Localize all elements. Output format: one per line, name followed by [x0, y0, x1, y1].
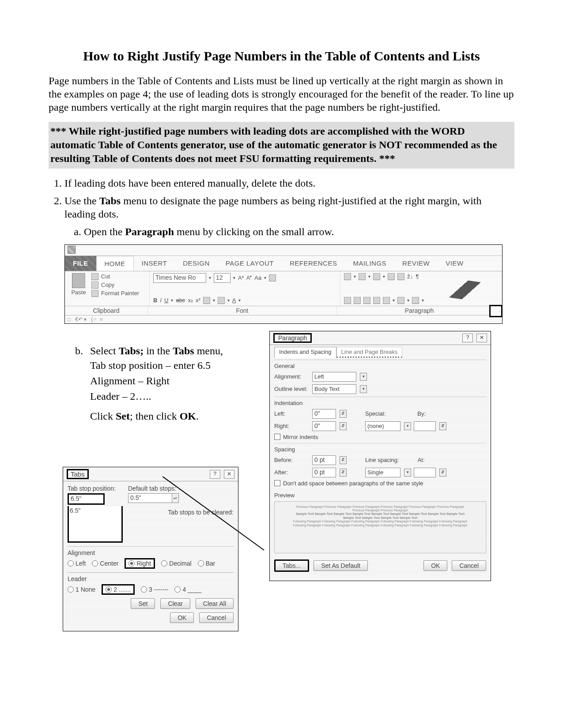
tab-stop-input[interactable]: 6.5" [68, 493, 105, 505]
spinner-icon[interactable]: ⇵ [439, 469, 446, 477]
ok-button[interactable]: OK [170, 612, 194, 623]
clear-all-button[interactable]: Clear All [196, 598, 234, 609]
close-icon[interactable]: ✕ [224, 470, 234, 479]
clear-button[interactable]: Clear [160, 598, 190, 609]
multilevel-icon[interactable] [373, 273, 380, 280]
radio-bar[interactable]: Bar [198, 558, 215, 569]
after-input[interactable]: 0 pt [312, 468, 336, 477]
paragraph-launcher-icon[interactable] [489, 305, 503, 317]
tab-page-layout[interactable]: PAGE LAYOUT [218, 256, 282, 271]
before-input[interactable]: 0 pt [312, 455, 336, 465]
tab-references[interactable]: REFERENCES [282, 256, 345, 271]
italic-button[interactable]: I [160, 297, 162, 304]
tab-review[interactable]: REVIEW [394, 256, 438, 271]
ok-button[interactable]: OK [423, 560, 447, 571]
align-center-icon[interactable] [354, 297, 361, 304]
highlight-icon[interactable] [218, 297, 225, 304]
bold-button[interactable]: B [153, 297, 157, 304]
mirror-checkbox[interactable] [274, 434, 280, 440]
tab-design[interactable]: DESIGN [175, 256, 218, 271]
numbering-icon[interactable] [359, 273, 366, 280]
chevron-down-icon[interactable]: ▾ [404, 422, 411, 430]
at-input[interactable] [414, 468, 436, 477]
line-spacing-icon[interactable] [383, 297, 390, 304]
close-icon[interactable]: ✕ [476, 334, 487, 342]
spacing-section: Spacing Before: 0 pt⇵ Line spacing: At: … [274, 443, 486, 487]
spinner-icon[interactable]: ▴▾ [172, 493, 179, 503]
text-effects-icon[interactable] [203, 297, 210, 304]
step-2a: Open the Paragraph menu by clicking on t… [84, 225, 514, 238]
chevron-down-icon[interactable]: ▾ [404, 469, 411, 477]
copy-button[interactable]: Copy [101, 281, 114, 288]
alignment-select[interactable]: Left [312, 372, 356, 382]
sort-icon[interactable]: ẑ↓ [407, 273, 413, 280]
font-color-icon[interactable]: A [232, 297, 236, 304]
tab-mailings[interactable]: MAILINGS [345, 256, 394, 271]
tab-line-breaks[interactable]: Line and Page Breaks [336, 347, 403, 358]
radio-leader-2[interactable]: 2 ....... [102, 584, 135, 595]
show-marks-icon[interactable]: ¶ [416, 273, 419, 280]
radio-right[interactable]: Right [125, 558, 155, 569]
spinner-icon[interactable]: ⇵ [340, 469, 347, 477]
cancel-button[interactable]: Cancel [199, 612, 234, 623]
preview-section: Preview [274, 489, 486, 499]
indent-right-input[interactable]: 0" [312, 421, 336, 431]
paste-icon[interactable] [72, 273, 85, 288]
align-left-icon[interactable] [344, 297, 351, 304]
radio-decimal[interactable]: Decimal [161, 558, 192, 569]
bullets-icon[interactable] [344, 273, 351, 280]
chevron-down-icon[interactable]: ▾ [360, 385, 367, 393]
underline-button[interactable]: U [164, 297, 168, 304]
tabs-button[interactable]: Tabs... [274, 559, 309, 572]
spinner-icon[interactable]: ⇵ [340, 410, 347, 418]
tab-insert[interactable]: INSERT [134, 256, 175, 271]
clear-format-icon[interactable] [269, 274, 276, 281]
set-button[interactable]: Set [131, 598, 155, 609]
decrease-indent-icon[interactable] [388, 273, 395, 280]
help-icon[interactable]: ? [210, 470, 220, 479]
increase-indent-icon[interactable] [397, 273, 404, 280]
tab-indents-spacing[interactable]: Indents and Spacing [274, 347, 336, 358]
by-input[interactable] [414, 421, 436, 431]
radio-leader-4[interactable]: 4 ____ [174, 584, 201, 595]
change-case-icon[interactable]: Aa [254, 274, 261, 281]
line-spacing-select[interactable]: Single [365, 468, 401, 477]
superscript-button[interactable]: x² [196, 297, 200, 304]
font-size-select[interactable]: 12 [214, 273, 230, 283]
cut-button[interactable]: Cut [101, 273, 110, 280]
help-icon[interactable]: ? [462, 334, 473, 342]
nospace-checkbox[interactable] [274, 480, 280, 486]
radio-leader-1[interactable]: 1 None [68, 584, 95, 595]
spinner-icon[interactable]: ⇵ [439, 422, 446, 430]
strike-button[interactable]: abc [176, 297, 185, 304]
tab-home[interactable]: HOME [96, 256, 134, 271]
align-right-icon[interactable] [363, 297, 370, 304]
format-painter-button[interactable]: Format Painter [101, 290, 139, 296]
cancel-button[interactable]: Cancel [452, 560, 486, 571]
word-ribbon: FILE HOME INSERT DESIGN PAGE LAYOUT REFE… [64, 244, 503, 324]
paste-button[interactable]: Paste [68, 289, 89, 296]
default-tab-input[interactable]: 0.5" [128, 493, 172, 503]
tab-view[interactable]: VIEW [438, 256, 471, 271]
spinner-icon[interactable]: ⇵ [340, 456, 347, 464]
radio-left[interactable]: Left [68, 558, 86, 569]
special-select[interactable]: (none) [365, 421, 401, 431]
indent-left-input[interactable]: 0" [312, 409, 336, 419]
outline-select[interactable]: Body Text [312, 384, 356, 394]
chevron-down-icon[interactable]: ▾ [360, 373, 367, 381]
shading-icon[interactable] [397, 297, 404, 304]
tab-stop-list[interactable]: 6.5" [68, 506, 123, 543]
tab-file[interactable]: FILE [65, 256, 96, 271]
set-default-button[interactable]: Set As Default [314, 560, 368, 571]
justify-icon[interactable] [373, 297, 380, 304]
spinner-icon[interactable]: ⇵ [340, 422, 347, 430]
group-label-clipboard: Clipboard [65, 306, 148, 315]
subscript-button[interactable]: x₂ [188, 297, 193, 304]
borders-icon[interactable] [412, 297, 419, 304]
grow-font-icon[interactable]: A▴ [238, 274, 244, 281]
radio-leader-3[interactable]: 3 ------- [141, 584, 168, 595]
copy-icon [91, 281, 98, 289]
radio-center[interactable]: Center [92, 558, 118, 569]
font-name-select[interactable]: Times New Ro [153, 273, 206, 283]
shrink-font-icon[interactable]: A▾ [246, 274, 252, 281]
